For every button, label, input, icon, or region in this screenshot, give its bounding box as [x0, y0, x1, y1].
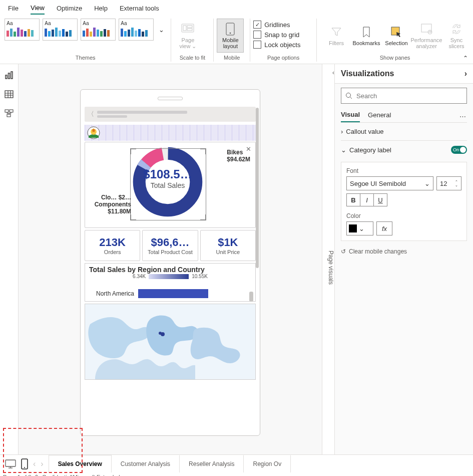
kpi-card[interactable]: $1K Unit Price [200, 230, 256, 261]
theme-thumbnail[interactable]: Aa [119, 19, 154, 41]
toggle-on-text: On [453, 147, 459, 152]
legend-min: 6.34K [133, 274, 146, 279]
ribbon-group-scale-label: Scale to fit [174, 54, 210, 62]
perf-label: Performance analyzer [411, 37, 442, 49]
bookmarks-pane-button[interactable]: Bookmarks [353, 19, 380, 53]
theme-thumbnail[interactable]: Aa [81, 19, 116, 41]
callout-value-label: Callout value [346, 128, 383, 135]
svg-rect-11 [11, 72, 13, 79]
collapse-ribbon-icon[interactable]: ⌃ [463, 55, 468, 62]
theme-aa-label: Aa [45, 21, 76, 26]
category-label-section[interactable]: ⌄ Category label On [341, 141, 467, 159]
mobile-layout-button[interactable]: Mobile layout [217, 19, 244, 53]
visual-scrollbar[interactable] [249, 292, 253, 302]
model-view-icon[interactable] [4, 108, 14, 118]
snap-label: Snap to grid [264, 31, 299, 39]
more-options-icon[interactable]: ⋯ [459, 113, 467, 120]
lock-label: Lock objects [264, 41, 300, 49]
sync-label: Sync slicers [444, 37, 469, 49]
phone-scrollbar[interactable] [256, 108, 259, 423]
report-view-icon[interactable] [4, 70, 14, 80]
bookmarks-label: Bookmarks [352, 40, 380, 46]
visualizations-pane: Visualizations › Visual General ⋯ › Call… [334, 64, 473, 454]
menu-external-tools[interactable]: External tools [120, 3, 159, 14]
gradient-legend: 6.34K 10.55K [89, 274, 251, 279]
svg-rect-17 [5, 110, 9, 112]
callout-value-section[interactable]: › Callout value [341, 123, 467, 141]
filters-pane-button: Filters [323, 19, 350, 53]
donut-chart-visual[interactable]: ✕ $108.5… Total Sales Bikes $94.62 [85, 142, 256, 228]
theme-thumbnail[interactable]: Aa [5, 19, 40, 41]
page-view-label: Page view [179, 37, 194, 49]
font-label: Font [346, 167, 461, 174]
sync-slicers-button: Sync slicers [443, 19, 470, 53]
menu-help[interactable]: Help [94, 3, 108, 14]
italic-button[interactable]: I [360, 194, 374, 206]
bar-segment [138, 289, 208, 298]
svg-rect-9 [6, 75, 7, 79]
search-field[interactable] [355, 92, 462, 100]
menu-view[interactable]: View [31, 2, 45, 15]
lock-objects-checkbox[interactable]: Lock objects [253, 41, 313, 49]
kpi-label: Total Product Cost [148, 249, 193, 255]
color-picker-dropdown[interactable]: ⌄ [346, 221, 373, 235]
font-family-value: Segoe UI Semibold [350, 180, 424, 187]
kpi-value: $96,6… [151, 236, 189, 249]
region-bar-visual[interactable]: Total Sales by Region and Country 6.34K … [85, 263, 256, 302]
spinner-arrows-icon: ⌃⌄ [455, 180, 458, 187]
gridlines-checkbox[interactable]: ✓Gridlines [253, 21, 313, 29]
theme-aa-label: Aa [7, 21, 38, 26]
font-family-dropdown[interactable]: Segoe UI Semibold ⌄ [346, 176, 433, 190]
category-label-toggle[interactable]: On [451, 146, 467, 154]
bar-category-label: North America [89, 290, 134, 297]
chevron-right-icon[interactable]: › [464, 69, 467, 78]
svg-line-30 [350, 97, 352, 99]
world-map-icon [85, 304, 255, 379]
mobile-phone-frame: 〈 ✕ [80, 89, 260, 436]
svg-rect-2 [187, 26, 192, 28]
menu-file[interactable]: File [8, 3, 19, 14]
filters-label: Filters [329, 40, 344, 46]
theme-aa-label: Aa [121, 21, 152, 26]
snap-to-grid-checkbox[interactable]: Snap to grid [253, 31, 313, 39]
chevron-down-icon: ⌄ [341, 146, 346, 154]
kpi-card[interactable]: 213K Orders [85, 230, 140, 261]
svg-rect-10 [9, 73, 10, 79]
tab-visual[interactable]: Visual [341, 111, 360, 122]
fx-button[interactable]: fx [376, 221, 392, 235]
annotation-highlight-box [3, 428, 83, 473]
search-input[interactable] [341, 88, 467, 104]
kpi-label: Orders [104, 249, 121, 255]
ribbon-group-showpanes-label: Show panes [320, 54, 470, 62]
page-tab[interactable]: Customer Analysis [112, 455, 180, 472]
performance-analyzer-button: Performance analyzer [413, 19, 440, 53]
page-tab[interactable]: Region Ov [244, 455, 291, 472]
back-icon[interactable]: 〈 [88, 110, 94, 119]
page-visuals-pane-collapsed[interactable]: ‹ Page visuals [322, 64, 334, 454]
theme-thumbnail[interactable]: Aa [43, 19, 78, 41]
ribbon-group-mobile-label: Mobile [217, 54, 247, 62]
selection-pane-button[interactable]: Selection [383, 19, 410, 53]
color-label: Color [346, 212, 461, 219]
kpi-card[interactable]: $96,6… Total Product Cost [142, 230, 198, 261]
ribbon: Aa Aa Aa Aa ⌄ Themes Page view ⌄ Scale [0, 17, 473, 64]
data-view-icon[interactable] [4, 89, 14, 99]
mobile-layout-label: Mobile layout [218, 37, 242, 49]
svg-rect-3 [187, 29, 192, 31]
bold-button[interactable]: B [347, 194, 360, 206]
ribbon-group-themes-label: Themes [76, 54, 96, 62]
map-visual[interactable] [85, 304, 256, 380]
page-tab-strip: ‹ › Sales Overview Customer Analysis Res… [0, 454, 473, 472]
svg-rect-19 [7, 114, 11, 117]
font-size-spinner[interactable]: 12 ⌃⌄ [436, 176, 461, 190]
page-tab[interactable]: Reseller Analysis [180, 455, 244, 472]
underline-button[interactable]: U [374, 194, 387, 206]
kpi-value: 213K [99, 236, 126, 249]
clear-mobile-changes-button[interactable]: ↺ Clear mobile changes [341, 248, 467, 255]
category-label-text: Category label [349, 146, 391, 154]
font-properties-group: Font Segoe UI Semibold ⌄ 12 ⌃⌄ B I U [341, 162, 467, 241]
menu-optimize[interactable]: Optimize [57, 3, 82, 14]
donut-components-name: Components [95, 201, 131, 208]
themes-dropdown-icon[interactable]: ⌄ [157, 26, 166, 34]
tab-general[interactable]: General [368, 111, 391, 122]
